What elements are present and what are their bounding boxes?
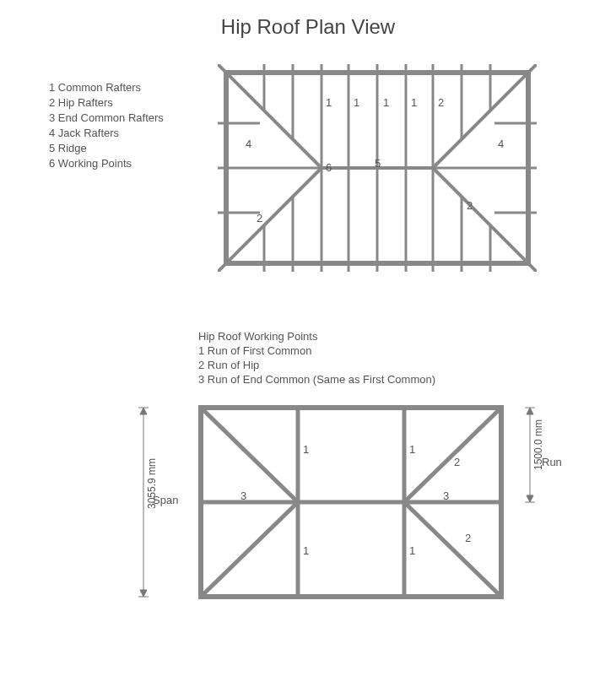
- legend2-heading: Hip Roof Working Points: [198, 329, 435, 343]
- legend-item-6: 6 Working Points: [49, 156, 164, 171]
- callout-1a: 1: [326, 96, 332, 109]
- wp-callout-1tr: 1: [409, 443, 415, 456]
- callout-2c: 2: [467, 199, 473, 212]
- legend-top: 1 Common Rafters 2 Hip Rafters 3 End Com…: [49, 80, 164, 171]
- legend-item-1: 1 Common Rafters: [49, 80, 164, 95]
- callout-6: 6: [326, 161, 332, 174]
- callout-1d: 1: [411, 96, 417, 109]
- dimension-run-label: Run: [542, 456, 562, 468]
- svg-marker-44: [140, 590, 147, 597]
- legend2-item-2: 2 Run of Hip: [198, 358, 435, 372]
- svg-line-5: [433, 168, 537, 272]
- wp-callout-3l: 3: [240, 489, 246, 502]
- svg-marker-49: [527, 495, 533, 502]
- wp-callout-3r: 3: [443, 489, 449, 502]
- wp-callout-1br: 1: [409, 544, 415, 557]
- callout-2a: 2: [438, 96, 444, 109]
- wp-callout-1bl: 1: [303, 544, 309, 557]
- legend-item-2: 2 Hip Rafters: [49, 95, 164, 111]
- wp-callout-1tl: 1: [303, 443, 309, 456]
- callout-2b: 2: [257, 212, 262, 224]
- svg-line-3: [218, 168, 322, 272]
- legend-item-5: 5 Ridge: [49, 141, 164, 156]
- callout-4a: 4: [246, 138, 251, 150]
- page: Hip Roof Plan View 1 Common Rafters 2 Hi…: [0, 0, 616, 676]
- wp-callout-2br: 2: [465, 532, 471, 544]
- svg-line-4: [433, 64, 537, 168]
- diagram-plan-view: 1 1 1 1 2 4 4 6 5 2 2: [218, 64, 537, 272]
- svg-line-38: [404, 408, 501, 502]
- callout-1c: 1: [383, 96, 389, 109]
- callout-1b: 1: [354, 96, 359, 109]
- svg-line-37: [201, 502, 298, 597]
- svg-line-2: [218, 64, 322, 168]
- legend-item-3: 3 End Common Rafters: [49, 111, 164, 126]
- page-title: Hip Roof Plan View: [0, 15, 616, 39]
- legend2-item-1: 1 Run of First Common: [198, 343, 435, 358]
- dimension-span-label: Span: [153, 494, 178, 506]
- svg-marker-43: [140, 408, 147, 414]
- diagram-working-points: 1 1 1 1 2 2 3 3: [198, 405, 504, 599]
- wp-callout-2tr: 2: [454, 456, 460, 468]
- legend-working-points: Hip Roof Working Points 1 Run of First C…: [198, 329, 435, 387]
- svg-line-39: [404, 502, 501, 597]
- working-points-svg: [198, 405, 504, 599]
- svg-marker-48: [527, 408, 533, 414]
- legend-item-4: 4 Jack Rafters: [49, 126, 164, 141]
- callout-4b: 4: [498, 138, 504, 150]
- svg-line-36: [201, 408, 298, 502]
- callout-5: 5: [375, 157, 381, 170]
- legend2-item-3: 3 Run of End Common (Same as First Commo…: [198, 372, 435, 387]
